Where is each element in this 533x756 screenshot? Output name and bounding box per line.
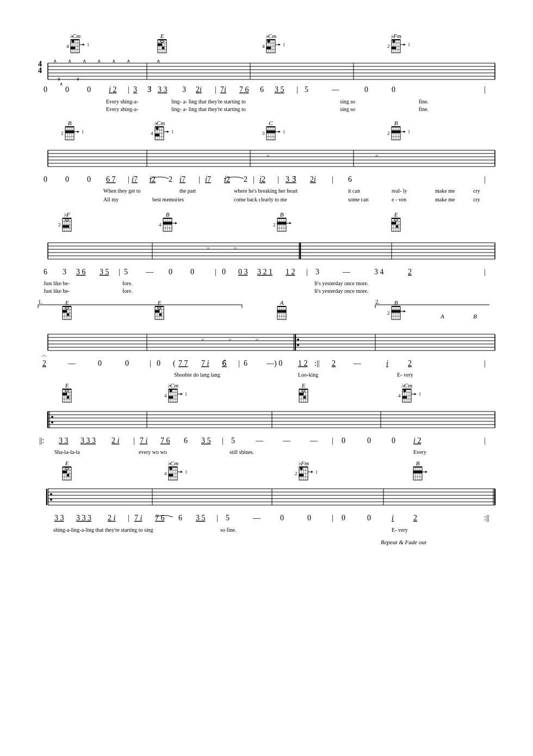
svg-text:i
          2: i 2 <box>109 85 116 94</box>
svg-marker-59 <box>404 44 406 46</box>
svg-text:B: B <box>68 120 72 126</box>
svg-text:2: 2 <box>244 175 247 183</box>
svg-text:—: — <box>353 359 362 367</box>
svg-text:0: 0 <box>307 514 311 522</box>
svg-point-348 <box>65 310 67 313</box>
svg-point-10 <box>72 40 75 43</box>
svg-text:E: E <box>301 382 306 389</box>
svg-text:3 3: 3 3 <box>158 85 168 94</box>
svg-text:||:: ||: <box>39 437 45 445</box>
svg-text:fine.: fine. <box>419 106 429 112</box>
svg-text:2: 2 <box>408 268 412 276</box>
svg-text:3 2 1: 3 2 1 <box>257 268 272 276</box>
svg-text:∨: ∨ <box>57 76 61 82</box>
svg-text:1: 1 <box>419 392 421 397</box>
svg-text:3 3 3: 3 3 3 <box>76 514 91 522</box>
svg-text:0: 0 <box>367 437 371 445</box>
svg-point-603 <box>50 493 52 495</box>
svg-text:3 5: 3 5 <box>201 437 211 445</box>
svg-text:B: B <box>166 211 170 218</box>
svg-text:0: 0 <box>157 359 160 367</box>
svg-point-27 <box>160 44 163 46</box>
svg-text:♭Cm: ♭Cm <box>401 382 412 389</box>
svg-text:|: | <box>216 514 218 522</box>
svg-point-505 <box>51 421 53 423</box>
svg-text:0 3: 0 3 <box>238 268 248 276</box>
svg-marker-43 <box>278 44 281 46</box>
svg-marker-279 <box>289 222 292 224</box>
svg-text:1.: 1. <box>38 298 43 305</box>
svg-text:2 i: 2 i <box>111 437 120 445</box>
svg-text:3 4: 3 4 <box>374 268 384 276</box>
svg-point-261 <box>170 222 172 225</box>
svg-text:=: = <box>228 337 232 343</box>
svg-text:1: 1 <box>408 130 410 134</box>
svg-text:2: 2 <box>295 471 298 476</box>
svg-text:best memories: best memories <box>152 196 184 202</box>
svg-text:1: 1 <box>87 42 89 47</box>
svg-text:♭Cm: ♭Cm <box>70 33 80 39</box>
svg-text:1: 1 <box>185 470 187 475</box>
svg-marker-465 <box>181 393 183 395</box>
svg-text:It's  yesterday  once  more.: It's yesterday once more. <box>314 280 369 286</box>
svg-text:5: 5 <box>226 514 230 522</box>
svg-marker-178 <box>404 131 406 133</box>
svg-text:♭Cm: ♭Cm <box>154 120 165 126</box>
svg-text:3 3: 3 3 <box>54 514 64 522</box>
svg-text:1: 1 <box>315 470 318 475</box>
svg-point-41 <box>269 47 271 50</box>
svg-point-392 <box>398 310 401 313</box>
svg-text:A: A <box>440 313 444 319</box>
svg-text:3: 3 <box>182 85 186 94</box>
svg-point-574 <box>300 468 303 470</box>
svg-text:6: 6 <box>178 514 182 522</box>
svg-text:0: 0 <box>190 268 194 276</box>
svg-text:5: 5 <box>305 85 308 94</box>
svg-text:|: | <box>199 175 200 183</box>
svg-text:6: 6 <box>260 85 264 94</box>
svg-point-362 <box>159 314 162 316</box>
svg-text:i2: i2 <box>150 175 156 183</box>
svg-text:2 i: 2 i <box>108 514 116 522</box>
svg-text:3 5: 3 5 <box>275 85 284 94</box>
svg-text:|: | <box>277 175 279 183</box>
svg-text:∧: ∧ <box>127 58 131 64</box>
svg-marker-161 <box>278 131 281 133</box>
svg-text:3 6: 3 6 <box>76 268 86 276</box>
svg-text:0: 0 <box>392 85 395 94</box>
svg-text:0: 0 <box>367 514 371 522</box>
svg-text:2i: 2i <box>310 175 316 183</box>
svg-text:2: 2 <box>42 359 46 367</box>
svg-text:4: 4 <box>159 222 162 228</box>
svg-text:5: 5 <box>231 437 235 445</box>
svg-point-546 <box>65 471 67 474</box>
svg-text:Just like be-: Just like be- <box>44 288 70 294</box>
svg-text:0: 0 <box>125 359 129 367</box>
svg-point-361 <box>157 310 160 313</box>
svg-text:2: 2 <box>58 222 61 228</box>
svg-text::||: :|| <box>314 359 320 367</box>
svg-text:so fine.: so fine. <box>220 527 236 533</box>
svg-text:fore.: fore. <box>122 288 133 294</box>
svg-text:E: E <box>157 299 162 306</box>
svg-text:make me: make me <box>435 188 455 194</box>
svg-text:3 3 3: 3 3 3 <box>80 437 96 445</box>
svg-text:2: 2 <box>413 514 417 522</box>
svg-text:0: 0 <box>98 359 102 367</box>
svg-text:|: | <box>119 268 120 276</box>
svg-text:1: 1 <box>283 42 285 47</box>
svg-text:B: B <box>473 313 477 319</box>
svg-point-55 <box>393 40 395 43</box>
svg-text:6: 6 <box>184 437 188 445</box>
svg-text:B: B <box>416 460 420 466</box>
svg-text:All  my: All my <box>103 196 119 202</box>
svg-text:2: 2 <box>332 359 336 367</box>
svg-text:2i: 2i <box>196 85 202 94</box>
svg-text:still shines.: still shines. <box>230 449 254 455</box>
svg-text:the part: the part <box>179 188 196 194</box>
svg-point-560 <box>171 474 173 477</box>
svg-text:0: 0 <box>44 175 47 183</box>
svg-point-449 <box>65 393 67 396</box>
svg-text:E: E <box>394 211 398 218</box>
svg-marker-394 <box>404 310 406 312</box>
